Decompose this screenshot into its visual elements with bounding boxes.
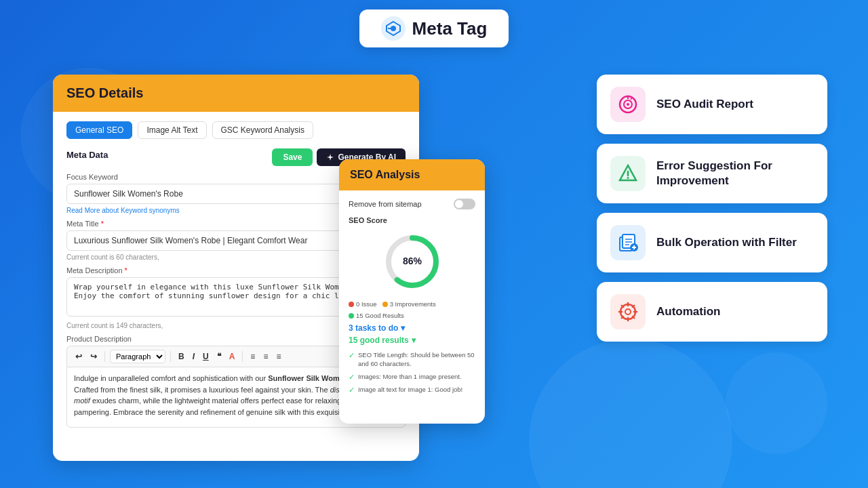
result-text-1: SEO Title Length: Should be between 50 a… xyxy=(358,350,475,369)
toolbar-separator-3 xyxy=(242,351,243,362)
tab-gsc-keyword[interactable]: GSC Keyword Analysis xyxy=(212,121,313,139)
seo-audit-icon-bg xyxy=(610,87,646,122)
check-icon-2: ✓ xyxy=(349,373,355,382)
result-text-2: Images: More than 1 image present. xyxy=(358,372,462,381)
bulk-operation-icon-bg xyxy=(610,225,646,260)
meta-data-label: Meta Data xyxy=(66,150,108,160)
tabs-container: General SEO Image Alt Text GSC Keyword A… xyxy=(66,121,406,139)
result-item-2: ✓ Images: More than 1 image present. xyxy=(349,372,475,382)
issues-dot xyxy=(349,302,354,307)
bulk-operation-title: Bulk Operation with Filter xyxy=(656,235,797,250)
seo-analysis-body: Remove from sitemap SEO Score 86% 0 Issu… xyxy=(339,190,485,406)
tab-image-alt-text[interactable]: Image Alt Text xyxy=(138,121,206,139)
header-inner: Meta Tag xyxy=(359,9,509,47)
error-suggestion-title: Error Suggestion For Improvement xyxy=(656,159,814,188)
stat-good-results: 15 Good Results xyxy=(349,312,404,319)
automation-icon-bg xyxy=(610,294,646,329)
seo-details-title: SEO Details xyxy=(66,85,143,100)
svg-point-12 xyxy=(627,177,629,179)
seo-analysis-title: SEO Analysis xyxy=(350,169,420,180)
align-right-button[interactable]: ≡ xyxy=(273,350,283,363)
improvements-dot xyxy=(382,302,388,307)
seo-audit-title: SEO Audit Report xyxy=(656,97,753,112)
toolbar-separator-2 xyxy=(170,351,171,362)
align-left-button[interactable]: ≡ xyxy=(248,350,258,363)
underline-button[interactable]: U xyxy=(200,350,212,363)
save-button[interactable]: Save xyxy=(272,148,313,166)
tasks-todo[interactable]: 3 tasks to do ▾ xyxy=(349,323,475,333)
error-suggestion-icon xyxy=(617,163,639,184)
good-results-toggle[interactable]: 15 good results ▾ xyxy=(349,336,475,345)
stats-row: 0 Issue 3 Improvements xyxy=(349,300,475,308)
remove-sitemap-row: Remove from sitemap xyxy=(349,199,475,209)
tab-general-seo[interactable]: General SEO xyxy=(66,121,132,139)
remove-sitemap-toggle[interactable] xyxy=(454,199,475,209)
seo-score-label: SEO Score xyxy=(349,216,475,224)
svg-point-22 xyxy=(625,309,631,314)
right-panel: SEO Audit Report Error Suggestion For Im… xyxy=(597,75,827,342)
bold-button[interactable]: B xyxy=(176,350,187,363)
automation-title: Automation xyxy=(656,304,720,319)
automation-icon xyxy=(617,301,639,323)
align-center-button[interactable]: ≡ xyxy=(260,350,271,363)
undo-button[interactable]: ↩ xyxy=(73,350,85,363)
result-text-3: Image alt text for Image 1: Good job! xyxy=(358,385,462,394)
result-item-1: ✓ SEO Title Length: Should be between 50… xyxy=(349,350,475,369)
feature-card-seo-audit[interactable]: SEO Audit Report xyxy=(597,75,827,134)
seo-details-header: SEO Details xyxy=(53,75,419,112)
check-icon-3: ✓ xyxy=(349,386,355,394)
stats-row-2: 15 Good Results xyxy=(349,312,475,319)
svg-text:86%: 86% xyxy=(402,256,422,266)
check-icon-1: ✓ xyxy=(349,351,355,360)
feature-card-error-suggestion[interactable]: Error Suggestion For Improvement xyxy=(597,144,827,203)
toolbar-separator-1 xyxy=(104,351,105,362)
redo-button[interactable]: ↪ xyxy=(87,350,100,363)
header: Meta Tag xyxy=(0,0,868,54)
paragraph-select[interactable]: Paragraph xyxy=(110,350,165,363)
svg-point-8 xyxy=(627,103,629,106)
bulk-operation-icon xyxy=(616,231,639,254)
seo-analysis-header: SEO Analysis xyxy=(339,159,485,190)
deco-circle-3 xyxy=(726,352,827,454)
feature-card-bulk-operation[interactable]: Bulk Operation with Filter xyxy=(597,213,827,272)
remove-sitemap-label: Remove from sitemap xyxy=(349,200,422,208)
stat-issues: 0 Issue xyxy=(349,300,377,308)
seo-audit-icon xyxy=(617,94,639,115)
italic-button[interactable]: I xyxy=(190,350,197,363)
svg-line-10 xyxy=(631,98,632,100)
color-button[interactable]: A xyxy=(226,350,238,363)
good-results-dot xyxy=(349,313,354,319)
meta-tag-logo-icon xyxy=(381,16,406,41)
error-suggestion-icon-bg xyxy=(610,156,646,191)
seo-score-donut: 86% xyxy=(349,231,475,292)
feature-card-automation[interactable]: Automation xyxy=(597,282,827,342)
sparkle-icon xyxy=(326,153,334,161)
svg-point-1 xyxy=(391,26,396,31)
seo-analysis-card: SEO Analysis Remove from sitemap SEO Sco… xyxy=(339,159,485,424)
quote-button[interactable]: ❝ xyxy=(214,350,224,363)
result-item-3: ✓ Image alt text for Image 1: Good job! xyxy=(349,385,475,394)
header-title: Meta Tag xyxy=(412,18,488,39)
donut-chart-svg: 86% xyxy=(382,231,443,292)
stat-improvements: 3 Improvements xyxy=(382,300,436,308)
